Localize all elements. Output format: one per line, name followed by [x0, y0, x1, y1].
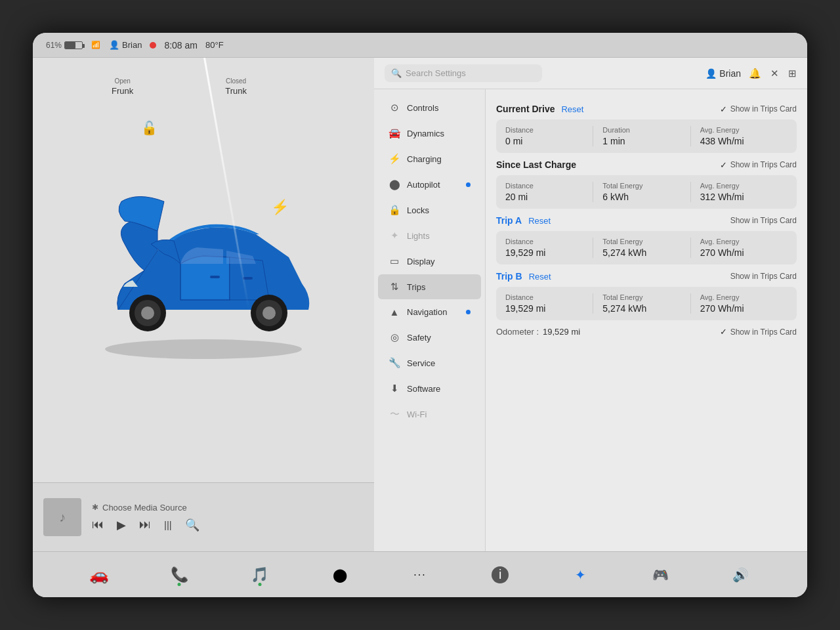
current-drive-energy-value: 438 Wh/mi [700, 136, 788, 146]
volume-icon: 🔊 [732, 567, 749, 583]
bluetooth-icon: ✦ [575, 567, 586, 583]
games-icon: 🎮 [652, 567, 669, 583]
spotify-dot [258, 583, 261, 586]
nav-item-navigation[interactable]: ▲ Navigation [378, 300, 481, 324]
trip-b-show[interactable]: Show in Trips Card [730, 272, 797, 281]
spotify-icon: 🎵 [251, 566, 268, 583]
search-input[interactable] [406, 68, 536, 78]
alert-icon[interactable]: 🔔 [749, 68, 761, 79]
nav-label-autopilot: Autopilot [407, 180, 440, 190]
lights-icon: ✦ [388, 230, 400, 242]
current-drive-energy: Avg. Energy 438 Wh/mi [690, 126, 788, 146]
close-icon[interactable]: ✕ [770, 68, 779, 79]
car-labels: Open Frunk Closed Trunk [112, 77, 247, 96]
current-drive-show-label: Show in Trips Card [730, 104, 797, 114]
search-icon: 🔍 [391, 68, 402, 78]
trip-a-show[interactable]: Show in Trips Card [730, 216, 797, 225]
since-charge-total-value: 6 kWh [602, 192, 690, 202]
search-wrapper[interactable]: 🔍 [385, 64, 542, 82]
search-media-button[interactable]: 🔍 [185, 518, 200, 532]
battery-percent: 61% [46, 41, 62, 50]
odometer-show[interactable]: ✓ Show in Trips Card [720, 327, 797, 337]
trip-a-reset[interactable]: Reset [528, 216, 551, 226]
odometer-show-label: Show in Trips Card [730, 327, 797, 337]
status-bar: 61% 📶 👤 Brian 8:08 am 80°F [33, 33, 807, 58]
current-drive-show[interactable]: ✓ Show in Trips Card [720, 104, 797, 114]
nav-item-display[interactable]: ▭ Display [378, 249, 481, 274]
user-icon: 👤 [109, 40, 119, 50]
profile-icons: 🔔 ✕ ⊞ [749, 68, 797, 79]
equalizer-button[interactable]: ||| [164, 519, 172, 530]
settings-layout: ⊙ Controls 🚘 Dynamics ⚡ Charging ⬤ Autop… [374, 89, 807, 551]
nav-item-wifi[interactable]: 〜 Wi-Fi [378, 402, 481, 427]
locks-icon: 🔒 [388, 204, 400, 216]
nav-item-controls[interactable]: ⊙ Controls [378, 95, 481, 120]
since-charge-total-label: Total Energy [602, 182, 690, 190]
odometer-row: Odometer : 19,529 mi ✓ Show in Trips Car… [496, 327, 797, 337]
nav-label-dynamics: Dynamics [407, 129, 444, 138]
since-charge-avg-value: 312 Wh/mi [700, 192, 788, 202]
nav-label-locks: Locks [407, 205, 429, 215]
taskbar-car[interactable]: 🚗 [86, 562, 112, 588]
nav-item-safety[interactable]: ◎ Safety [378, 325, 481, 350]
more-icon: ··· [413, 569, 426, 581]
taskbar-games[interactable]: 🎮 [648, 562, 674, 588]
camera-icon: ⬤ [333, 567, 347, 583]
nav-item-software[interactable]: ⬇ Software [378, 376, 481, 401]
nav-label-service: Service [407, 358, 435, 368]
taskbar-phone[interactable]: 📞 [166, 562, 192, 588]
media-info: ✱ Choose Media Source ⏮ ▶ ⏭ ||| 🔍 [92, 503, 364, 532]
media-source[interactable]: ✱ Choose Media Source [92, 503, 364, 513]
nav-item-service[interactable]: 🔧 Service [378, 350, 481, 375]
next-button[interactable]: ⏭ [139, 518, 151, 532]
car-illustration [79, 178, 328, 362]
trip-a-card: Distance 19,529 mi Total Energy 5,274 kW… [496, 231, 797, 264]
trip-b-reset[interactable]: Reset [529, 272, 551, 282]
profile-user[interactable]: 👤 Brian [705, 68, 741, 79]
taskbar-spotify[interactable]: 🎵 [247, 562, 273, 588]
nav-item-trips[interactable]: ⇅ Trips [378, 274, 481, 299]
trunk-sub: Closed [226, 77, 246, 85]
taskbar-camera[interactable]: ⬤ [327, 562, 353, 588]
nav-label-display: Display [407, 257, 435, 266]
current-drive-distance-value: 0 mi [505, 136, 593, 146]
since-charge-title: Since Last Charge [496, 159, 576, 170]
taskbar-more[interactable]: ··· [407, 562, 433, 588]
nav-label-controls: Controls [407, 103, 438, 113]
since-charge-show[interactable]: ✓ Show in Trips Card [720, 160, 797, 170]
nav-label-trips: Trips [407, 282, 425, 292]
current-drive-title: Current Drive [496, 104, 555, 114]
trips-icon: ⇅ [388, 281, 400, 293]
trip-b-show-label: Show in Trips Card [730, 272, 797, 281]
profile-icon: 👤 [705, 68, 717, 79]
bluetooth-media-icon: ✱ [92, 503, 98, 512]
svg-point-0 [105, 339, 302, 359]
status-user[interactable]: 👤 Brian [109, 40, 142, 50]
safety-icon: ◎ [388, 331, 400, 343]
prev-button[interactable]: ⏮ [92, 518, 104, 532]
nav-item-charging[interactable]: ⚡ Charging [378, 146, 481, 171]
taskbar-info[interactable]: i [487, 562, 513, 588]
nav-label-navigation: Navigation [407, 307, 447, 317]
nav-item-lights[interactable]: ✦ Lights [378, 223, 481, 248]
taskbar-volume[interactable]: 🔊 [728, 562, 754, 588]
trip-a-total-value: 5,274 kWh [602, 247, 690, 258]
autopilot-icon: ⬤ [388, 178, 400, 190]
navigation-icon: ▲ [388, 306, 400, 318]
trip-a-avg-energy: Avg. Energy 270 Wh/mi [690, 238, 788, 258]
frunk-label[interactable]: Open Frunk [112, 77, 133, 96]
play-button[interactable]: ▶ [117, 518, 126, 532]
nav-item-locks[interactable]: 🔒 Locks [378, 198, 481, 222]
nav-item-autopilot[interactable]: ⬤ Autopilot [378, 172, 481, 197]
nav-item-dynamics[interactable]: 🚘 Dynamics [378, 121, 481, 146]
trip-a-avg-label: Avg. Energy [700, 238, 788, 245]
current-drive-duration-label: Duration [602, 126, 690, 134]
trip-a-title: Trip A [496, 215, 522, 226]
current-drive-reset[interactable]: Reset [561, 104, 583, 114]
odometer-check: ✓ [720, 327, 727, 337]
taskbar-bluetooth[interactable]: ✦ [567, 562, 593, 588]
grid-icon[interactable]: ⊞ [788, 68, 797, 79]
trip-b-total-value: 5,274 kWh [602, 303, 690, 314]
trunk-label[interactable]: Closed Trunk [225, 77, 247, 96]
svg-rect-7 [210, 276, 220, 278]
